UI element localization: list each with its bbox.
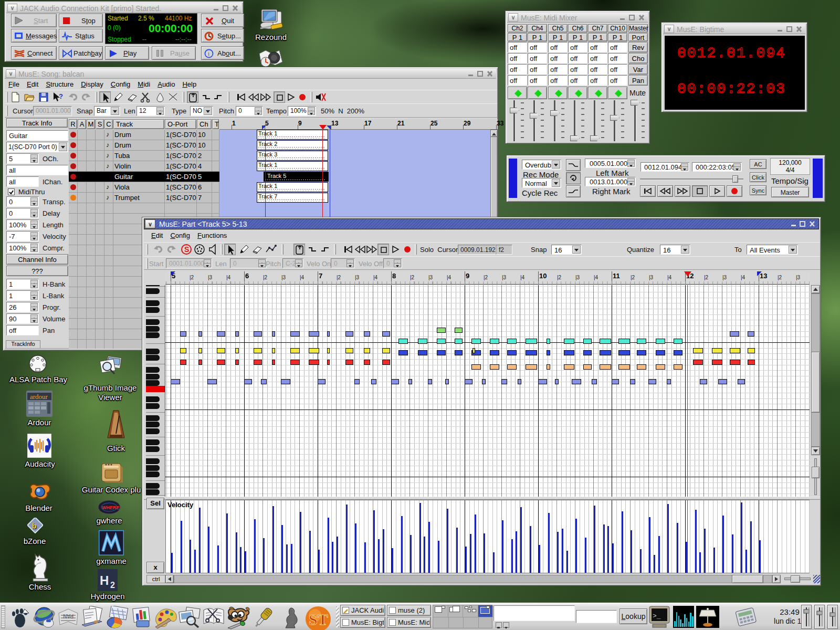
svg-text:H: H [100,573,109,587]
svg-text:i: i [208,50,209,57]
svg-text:S: S [184,245,189,254]
svg-text:2: 2 [110,581,115,590]
svg-text:ST: ST [309,611,328,628]
svg-text:>_: >_ [653,612,661,620]
svg-text:b: b [32,522,37,530]
svg-text:PAN: PAN [63,613,74,619]
svg-text:ardour: ardour [30,393,48,401]
svg-text:?: ? [59,92,63,100]
svg-text:WHERE: WHERE [102,505,120,510]
